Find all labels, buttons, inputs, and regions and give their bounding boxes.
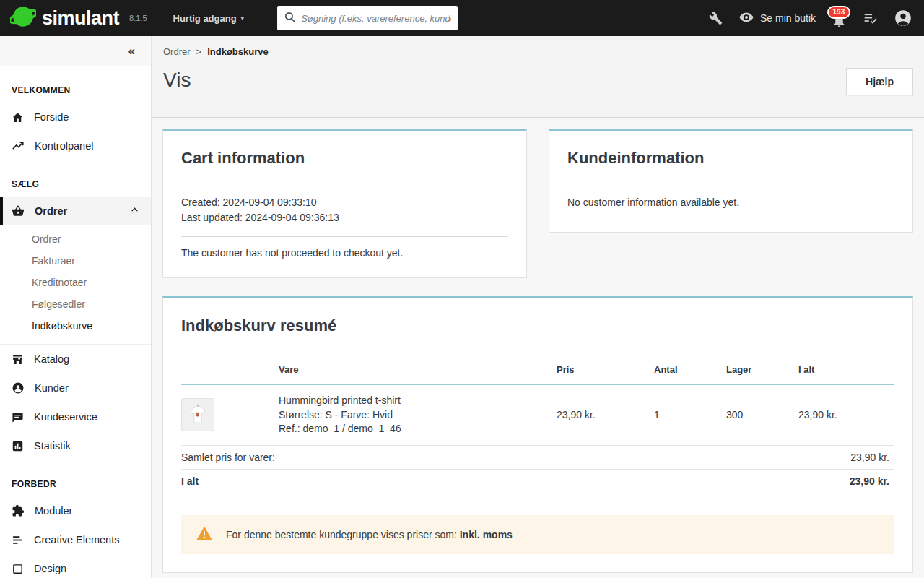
search-icon: [284, 11, 296, 26]
content: Cart information Created: 2024-09-04 09:…: [152, 118, 924, 578]
grand-total-value: 23,90 kr.: [791, 469, 894, 493]
subtotal-label: Samlet pris for varer:: [181, 445, 791, 469]
main-area: Ordrer > Indkøbskurve Vis Hjælp Cart inf…: [152, 36, 924, 578]
table-header-row: Vare Pris Antal Lager I alt: [181, 364, 894, 384]
sidebar-item-kontrolpanel[interactable]: Kontrolpanel: [0, 131, 151, 160]
brand-logo[interactable]: simulant: [0, 4, 119, 33]
submenu-item-fakturaer[interactable]: Fakturaer: [0, 250, 151, 272]
price-display-warning: For denne bestemte kundegruppe vises pri…: [181, 515, 894, 554]
cart-summary-title: Indkøbskurv resumé: [181, 316, 894, 335]
sidebar-item-label: Statistik: [34, 440, 71, 452]
playlist-check-icon[interactable]: [863, 11, 878, 26]
sidebar-item-label: Design: [34, 563, 66, 574]
sidebar-item-ordrer[interactable]: Ordrer: [0, 197, 151, 225]
sidebar-item-statistik[interactable]: Statistik: [0, 431, 151, 460]
sidebar-item-katalog[interactable]: Katalog: [0, 345, 151, 374]
cart-summary-table: Vare Pris Antal Lager I alt: [181, 364, 894, 493]
sidebar-item-label: Kontrolpanel: [35, 140, 93, 152]
lines-icon: [12, 534, 24, 546]
customer-note: No customer information available yet.: [567, 197, 894, 208]
sidebar-item-label: Kundeservice: [34, 411, 97, 423]
cart-information-card: Cart information Created: 2024-09-04 09:…: [162, 129, 527, 278]
product-variant: Størrelse: S - Farve: Hvid: [279, 408, 549, 423]
submenu-item-kreditnotaer[interactable]: Kreditnotaer: [0, 272, 151, 293]
subtotal-row: Samlet pris for varer: 23,90 kr.: [181, 445, 894, 469]
breadcrumb-current: Indkøbskurve: [207, 46, 269, 57]
cart-checkout-note: The customer has not proceeded to checko…: [181, 247, 508, 259]
search-input[interactable]: [301, 13, 451, 24]
submenu-item-indkobskurve[interactable]: Indkøbskurve: [0, 315, 151, 337]
column-pris: Pris: [549, 364, 647, 384]
sidebar-section-forbedr: FORBEDR: [0, 460, 151, 496]
person-circle-icon: [12, 381, 25, 394]
sidebar-item-kundeservice[interactable]: Kundeservice: [0, 402, 151, 431]
sidebar-section-velkommen: VELKOMMEN: [0, 66, 151, 103]
submenu-item-ordrer[interactable]: Ordrer: [0, 228, 151, 250]
topbar-actions: Se min butik 193: [709, 9, 924, 28]
help-button[interactable]: Hjælp: [846, 68, 913, 95]
column-image: [181, 364, 271, 384]
divider: [181, 236, 508, 237]
warning-triangle-icon: [196, 525, 213, 545]
brand-name: simulant: [42, 7, 119, 30]
collapse-sidebar-icon[interactable]: «: [128, 44, 135, 59]
theme-square-icon: [12, 563, 24, 575]
column-vare: Vare: [271, 364, 549, 384]
sidebar-item-label: Forside: [34, 111, 69, 123]
debug-wrench-icon[interactable]: [709, 12, 723, 25]
cart-summary-card: Indkøbskurv resumé Vare Pris Antal Lager…: [162, 296, 913, 573]
cart-created: Created: 2024-09-04 09:33:10: [181, 195, 508, 210]
view-shop-link[interactable]: Se min butik: [738, 9, 816, 27]
column-lager: Lager: [719, 364, 791, 384]
sidebar-item-moduler[interactable]: Moduler: [0, 496, 151, 525]
sidebar-item-design[interactable]: Design: [0, 554, 151, 578]
page-title: Vis: [163, 69, 913, 92]
breadcrumb: Ordrer > Indkøbskurve: [163, 46, 913, 57]
breadcrumb-separator-icon: >: [196, 46, 202, 57]
sidebar-item-label: Creative Elements: [34, 534, 119, 545]
notifications-bell-icon[interactable]: 193: [832, 9, 847, 28]
account-avatar-icon[interactable]: [894, 9, 912, 27]
product-name: Hummingbird printed t-shirt: [279, 394, 549, 408]
sidebar-collapse-strip: «: [0, 36, 151, 66]
sidebar-item-forside[interactable]: Forside: [0, 103, 151, 131]
sidebar: « VELKOMMEN Forside Kontrolpanel SÆLG Or…: [0, 36, 152, 578]
notification-badge: 193: [827, 6, 851, 19]
home-icon: [12, 111, 24, 124]
sidebar-item-label: Kunder: [35, 382, 69, 394]
product-reference: Ref.: demo_1 / demo_1_46: [279, 422, 549, 436]
topbar: simulant 8.1.5 Hurtig adgang ▾ Se mi: [0, 0, 924, 36]
caret-down-icon: ▾: [241, 14, 245, 22]
chevron-up-icon: [130, 205, 139, 217]
planet-icon: [10, 4, 36, 33]
submenu-item-folgesedler[interactable]: Følgesedler: [0, 293, 151, 315]
page-header: Ordrer > Indkøbskurve Vis Hjælp: [152, 36, 924, 118]
trending-up-icon: [12, 139, 25, 152]
sidebar-item-kunder[interactable]: Kunder: [0, 374, 151, 402]
version-label: 8.1.5: [129, 14, 147, 22]
view-shop-label: Se min butik: [760, 12, 816, 24]
tshirt-image: [184, 401, 212, 428]
quick-access-label: Hurtig adgang: [173, 13, 237, 24]
customer-information-card: Kundeinformation No customer information…: [549, 129, 913, 233]
sidebar-item-creative-elements[interactable]: Creative Elements: [0, 525, 151, 554]
store-icon: [12, 353, 24, 366]
sidebar-item-label: Ordrer: [35, 205, 67, 217]
warning-text: For denne bestemte kundegruppe vises pri…: [226, 529, 460, 540]
column-ialt: I alt: [791, 364, 894, 384]
product-total: 23,90 kr.: [791, 384, 894, 445]
product-stock: 300: [719, 384, 791, 445]
quick-access-dropdown[interactable]: Hurtig adgang ▾: [173, 13, 245, 24]
cart-updated: Last updated: 2024-09-04 09:36:13: [181, 210, 508, 225]
table-row: Hummingbird printed t-shirt Størrelse: S…: [181, 384, 894, 445]
ordrer-submenu: Ordrer Fakturaer Kreditnotaer Følgesedle…: [0, 225, 151, 345]
cart-information-title: Cart information: [181, 149, 508, 168]
breadcrumb-parent[interactable]: Ordrer: [163, 46, 191, 57]
eye-icon: [738, 9, 754, 27]
column-antal: Antal: [647, 364, 719, 384]
grand-total-label: I alt: [181, 469, 791, 493]
customer-information-title: Kundeinformation: [567, 149, 894, 168]
subtotal-value: 23,90 kr.: [791, 445, 894, 469]
puzzle-icon: [12, 504, 25, 517]
product-quantity: 1: [647, 384, 719, 445]
